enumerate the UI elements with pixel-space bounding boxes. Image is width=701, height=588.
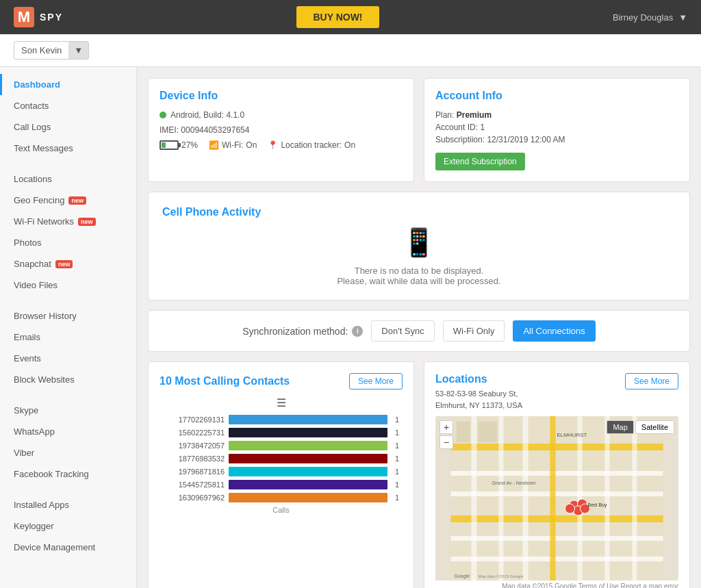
account-id-row: Account ID: 1 — [435, 123, 678, 132]
sidebar-item-viber[interactable]: Viber — [0, 442, 136, 463]
svg-rect-8 — [499, 416, 504, 580]
bar-row: 187769835321 — [160, 454, 403, 463]
svg-rect-14 — [457, 422, 470, 442]
map-controls: Map Satellite — [607, 420, 674, 434]
bar-row: 177022691311 — [160, 415, 403, 424]
svg-rect-13 — [633, 416, 637, 580]
wifi-value: On — [246, 140, 257, 150]
svg-rect-3 — [451, 491, 663, 496]
calling-contacts-title: 10 Most Calling Contacts — [160, 375, 290, 387]
bar-number-label: 17702269131 — [160, 416, 225, 424]
bar-fill — [229, 493, 387, 502]
subscription-value: 12/31/2019 12:00 AM — [487, 135, 565, 144]
sidebar-item-dashboard[interactable]: Dashboard — [0, 74, 136, 95]
map-svg: ELMHURST Grand Av - Newtown Best Buy Goo… — [435, 416, 678, 580]
location-address: 53-82-53-98 Seabury St,Elmhurst, NY 1137… — [435, 388, 522, 411]
sync-info-icon: i — [352, 326, 363, 337]
svg-rect-10 — [550, 416, 556, 580]
zoom-out-button[interactable]: − — [439, 435, 453, 449]
bar-number-label: 19796871816 — [160, 468, 225, 476]
bar-container — [229, 493, 387, 502]
sidebar-item-snapchat[interactable]: Snapchat new — [0, 253, 136, 274]
account-info-title: Account Info — [435, 90, 678, 102]
wifi-only-button[interactable]: Wi-Fi Only — [443, 320, 505, 342]
hamburger-icon: ☰ — [160, 396, 403, 409]
sync-label-text: Synchronization method: — [242, 326, 348, 337]
location-pin-icon: 📍 — [268, 140, 278, 150]
device-stats-row: 27% 📶 Wi-Fi: On 📍 Location tracker: On — [160, 140, 403, 150]
locations-header-left: Locations 53-82-53-98 Seabury St,Elmhurs… — [435, 373, 522, 411]
svg-rect-1 — [451, 444, 663, 450]
sidebar-item-installed-apps[interactable]: Installed Apps — [0, 494, 136, 515]
main-layout: Dashboard Contacts Call Logs Text Messag… — [0, 67, 701, 588]
zoom-in-button[interactable]: + — [439, 420, 453, 434]
map-view-button[interactable]: Map — [607, 420, 633, 434]
plan-value: Premium — [457, 110, 492, 120]
header-user-area: Birney Douglas ▼ — [613, 12, 687, 23]
sidebar-item-emails[interactable]: Emails — [0, 327, 136, 348]
bar-container — [229, 415, 387, 424]
dont-sync-button[interactable]: Don't Sync — [371, 320, 434, 342]
no-data-line1: There is no data to be displayed. — [162, 266, 676, 276]
svg-rect-15 — [479, 422, 498, 442]
son-dropdown-arrow[interactable]: ▼ — [68, 42, 88, 59]
sidebar-item-video-files[interactable]: Video Files — [0, 274, 136, 296]
bar-value: 1 — [392, 455, 403, 463]
all-connections-button[interactable]: All Connections — [513, 320, 595, 342]
son-selector[interactable]: Son Kevin ▼ — [14, 41, 89, 60]
top-cards-row: Device Info Android, Build: 4.1.0 IMEI: … — [148, 78, 690, 182]
account-id-value: 1 — [480, 123, 485, 132]
map-area: ELMHURST Grand Av - Newtown Best Buy Goo… — [435, 416, 678, 580]
battery-container: 27% — [160, 140, 198, 150]
sidebar-item-geo-fencing[interactable]: Geo Fencing new — [0, 190, 136, 211]
svg-rect-9 — [523, 416, 528, 580]
bar-container — [229, 467, 387, 476]
svg-text:Grand Av - Newtown: Grand Av - Newtown — [492, 481, 536, 485]
sidebar-item-block-websites[interactable]: Block Websites — [0, 369, 136, 390]
bar-container — [229, 480, 387, 489]
sidebar-item-whatsapp[interactable]: WhatsApp — [0, 421, 136, 442]
imei-value: 000944053297654 — [181, 125, 249, 135]
bar-fill — [229, 480, 387, 489]
extend-subscription-button[interactable]: Extend Subscription — [435, 153, 525, 170]
satellite-view-button[interactable]: Satellite — [635, 420, 674, 434]
sidebar-item-events[interactable]: Events — [0, 348, 136, 369]
calling-contacts-see-more-button[interactable]: See More — [349, 373, 403, 389]
sidebar-item-call-logs[interactable]: Call Logs — [0, 116, 136, 138]
calling-contacts-card: 10 Most Calling Contacts See More ☰ 1770… — [148, 361, 414, 588]
bar-fill — [229, 428, 387, 437]
no-data-line2: Please, wait while data will be processe… — [162, 276, 676, 286]
bar-value: 1 — [392, 416, 403, 424]
app-name: SPY — [40, 12, 63, 23]
locations-see-more-button[interactable]: See More — [625, 373, 678, 389]
subscription-label: Subscriptiion: — [435, 135, 485, 144]
sidebar-item-locations[interactable]: Locations — [0, 168, 136, 190]
sync-method-card: Synchronization method: i Don't Sync Wi-… — [148, 310, 690, 352]
svg-text:Google: Google — [455, 574, 470, 579]
plan-label: Plan: — [435, 110, 454, 120]
bottom-row: 10 Most Calling Contacts See More ☰ 1770… — [148, 361, 690, 588]
sidebar-item-browser-history[interactable]: Browser History — [0, 305, 136, 327]
son-name: Son Kevin — [14, 42, 68, 59]
sidebar-item-wifi-networks[interactable]: Wi-Fi Networks new — [0, 211, 136, 232]
sidebar-item-keylogger[interactable]: Keylogger — [0, 515, 136, 537]
bar-container — [229, 428, 387, 437]
cell-activity-card: Cell Phone Activity 📱 There is no data t… — [148, 192, 690, 301]
sidebar-item-facebook-tracking[interactable]: Facebook Tracking — [0, 463, 136, 485]
user-dropdown-arrow[interactable]: ▼ — [678, 12, 687, 23]
plan-row: Plan: Premium — [435, 110, 678, 120]
svg-rect-4 — [451, 515, 663, 522]
bar-number-label: 19738472057 — [160, 442, 225, 450]
snapchat-badge: new — [55, 260, 73, 268]
logo-icon: M — [14, 7, 34, 27]
bar-fill — [229, 441, 387, 450]
sidebar-item-contacts[interactable]: Contacts — [0, 95, 136, 116]
sidebar-item-photos[interactable]: Photos — [0, 232, 136, 253]
bar-row: 197384720571 — [160, 441, 403, 450]
wifi-label: Wi-Fi: — [222, 140, 243, 150]
sidebar-item-text-messages[interactable]: Text Messages — [0, 138, 136, 159]
buy-now-button[interactable]: BUY NOW! — [296, 6, 379, 28]
sidebar-item-skype[interactable]: Skype — [0, 400, 136, 421]
bar-row: 154457258111 — [160, 480, 403, 489]
sidebar-item-device-management[interactable]: Device Management — [0, 537, 136, 558]
